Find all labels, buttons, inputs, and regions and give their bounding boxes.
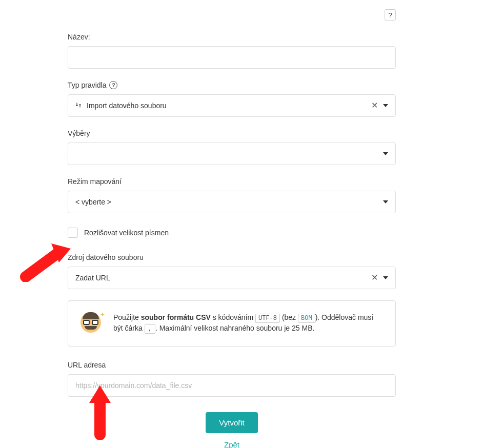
annotation-arrow-1-icon — [15, 241, 72, 282]
data-source-select[interactable]: Zadat URL ✕ — [68, 267, 396, 289]
case-sensitive-checkbox[interactable] — [68, 228, 78, 238]
back-link[interactable]: Zpět — [224, 440, 239, 448]
mapping-mode-label: Režim mapování — [68, 177, 396, 186]
rule-type-clear-icon[interactable]: ✕ — [371, 101, 378, 110]
mascot-icon: ✦ — [81, 312, 103, 335]
mapping-mode-value: < vyberte > — [75, 198, 111, 206]
help-button[interactable]: ? — [385, 9, 396, 21]
rule-type-select[interactable]: Import datového souboru ✕ — [68, 94, 396, 117]
rule-type-value: Import datového souboru — [87, 101, 167, 110]
rule-type-label: Typ pravidla — [68, 81, 106, 89]
chevron-down-icon — [383, 104, 388, 107]
import-icon — [75, 101, 82, 110]
chevron-down-icon — [383, 200, 388, 203]
rule-type-help-icon[interactable]: ? — [109, 81, 117, 89]
info-box: ✦ Použijte soubor formátu CSV s kódování… — [68, 300, 396, 347]
url-address-input[interactable] — [68, 374, 396, 397]
data-source-value: Zadat URL — [75, 274, 110, 282]
info-text: Použijte soubor formátu CSV s kódováním … — [113, 312, 383, 334]
selections-select[interactable] — [68, 142, 396, 165]
create-button[interactable]: Vytvořit — [206, 412, 257, 433]
chevron-down-icon — [383, 276, 388, 279]
data-source-clear-icon[interactable]: ✕ — [371, 274, 378, 282]
name-label: Název: — [68, 33, 396, 41]
name-input[interactable] — [68, 46, 396, 69]
chevron-down-icon — [383, 152, 388, 155]
data-source-label: Zdroj datového souboru — [68, 253, 396, 261]
selections-label: Výběry — [68, 129, 396, 137]
url-address-label: URL adresa — [68, 361, 396, 369]
mapping-mode-select[interactable]: < vyberte > — [68, 191, 396, 213]
case-sensitive-label: Rozlišovat velikost písmen — [84, 229, 169, 237]
